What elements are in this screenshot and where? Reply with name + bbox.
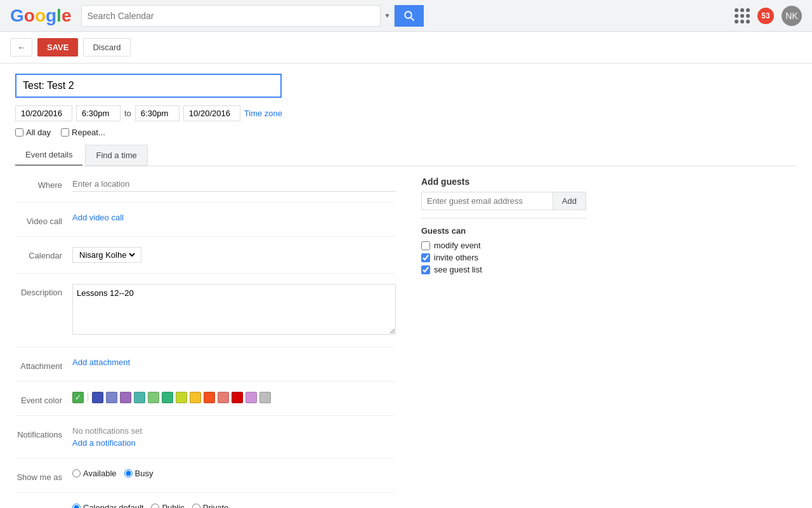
google-logo: Google: [10, 6, 71, 26]
calendar-default-label: Calendar default: [83, 503, 143, 508]
color-swatches: ✓: [72, 392, 396, 403]
color-swatch-grape[interactable]: [120, 392, 131, 403]
color-swatch-teal[interactable]: [134, 392, 145, 403]
add-attachment-link[interactable]: Add attachment: [72, 358, 130, 367]
apps-grid-icon[interactable]: [735, 8, 750, 23]
calendar-row: Calendar Nisarg Kolhe: [15, 247, 396, 274]
save-button[interactable]: SAVE: [37, 38, 78, 57]
guests-divider: [421, 218, 586, 218]
visibility-radio-group: Calendar default Public Private: [72, 503, 396, 508]
description-field: [72, 284, 396, 337]
content-area: Where Video call Add video call Calendar: [15, 177, 797, 508]
modify-event-permission: modify event: [421, 241, 586, 250]
visibility-row: Visibility Calendar default Public: [15, 503, 396, 508]
busy-radio-label[interactable]: Busy: [124, 469, 154, 478]
guest-email-input[interactable]: [421, 192, 553, 210]
guests-can-heading: Guests can: [421, 226, 586, 236]
attachment-label: Attachment: [15, 358, 72, 371]
end-date-input[interactable]: [183, 105, 240, 121]
event-color-label: Event color: [15, 392, 72, 405]
search-submit-button[interactable]: [395, 5, 424, 27]
timezone-link[interactable]: Time zone: [244, 109, 282, 118]
where-label: Where: [15, 177, 72, 190]
private-radio-label[interactable]: Private: [192, 503, 228, 508]
tab-event-details[interactable]: Event details: [15, 145, 82, 166]
color-swatch-calendar-default[interactable]: ✓: [72, 392, 84, 403]
search-input-wrapper: ▼: [81, 5, 395, 27]
video-call-field: Add video call: [72, 213, 396, 222]
color-swatch-peacock[interactable]: [176, 392, 187, 403]
search-input[interactable]: [82, 11, 379, 21]
calendar-default-radio[interactable]: [72, 504, 81, 508]
public-radio[interactable]: [151, 504, 159, 508]
see-guest-list-label: see guest list: [434, 265, 482, 274]
start-date-input[interactable]: [15, 105, 72, 121]
notifications-field: No notifications set Add a notification: [72, 426, 396, 448]
back-button[interactable]: ←: [10, 38, 32, 57]
color-swatch-graphite[interactable]: [259, 392, 271, 403]
video-call-label: Video call: [15, 213, 72, 226]
description-label: Description: [15, 284, 72, 297]
calendar-select-wrapper: Nisarg Kolhe: [72, 247, 141, 263]
tab-find-time[interactable]: Find a time: [85, 145, 147, 166]
private-radio[interactable]: [192, 504, 200, 508]
add-guests-heading: Add guests: [421, 177, 586, 187]
invite-others-checkbox[interactable]: [421, 253, 430, 262]
avatar[interactable]: NK: [782, 6, 802, 26]
see-guest-list-permission: see guest list: [421, 265, 586, 274]
show-me-as-radio-group: Available Busy: [72, 469, 396, 478]
color-swatch-tomato[interactable]: [232, 392, 243, 403]
where-row: Where: [15, 177, 396, 203]
modify-event-checkbox[interactable]: [421, 241, 430, 250]
add-guest-button[interactable]: Add: [553, 192, 586, 210]
calendar-default-radio-label[interactable]: Calendar default: [72, 503, 143, 508]
color-swatch-tangerine[interactable]: [204, 392, 215, 403]
end-time-input[interactable]: [135, 105, 180, 121]
repeat-label: Repeat...: [72, 128, 105, 137]
discard-button[interactable]: Discard: [83, 38, 130, 57]
calendar-select[interactable]: Nisarg Kolhe: [77, 250, 137, 260]
color-swatch-lavender[interactable]: [106, 392, 117, 403]
repeat-checkbox-label[interactable]: Repeat...: [61, 128, 105, 137]
invite-others-permission: invite others: [421, 253, 586, 262]
color-swatch-banana[interactable]: [190, 392, 201, 403]
guest-input-row: Add: [421, 192, 586, 210]
allday-label: All day: [26, 128, 51, 137]
start-time-input[interactable]: [76, 105, 121, 121]
location-input[interactable]: [72, 177, 396, 192]
search-dropdown-button[interactable]: ▼: [380, 5, 395, 27]
color-swatch-sage[interactable]: [148, 392, 159, 403]
to-label: to: [124, 109, 131, 118]
search-icon: [403, 10, 415, 22]
busy-radio[interactable]: [124, 469, 133, 478]
private-label: Private: [203, 503, 228, 508]
event-title-input[interactable]: [15, 74, 282, 98]
notification-badge[interactable]: 53: [757, 8, 774, 24]
busy-label: Busy: [135, 469, 154, 478]
date-time-row: to Time zone: [15, 105, 797, 121]
color-swatch-flamingo[interactable]: [218, 392, 229, 403]
tabs-row: Event details Find a time: [15, 145, 797, 166]
toolbar: ← SAVE Discard: [0, 32, 812, 64]
repeat-checkbox[interactable]: [61, 128, 69, 137]
color-swatch-blueberry[interactable]: [92, 392, 103, 403]
calendar-field: Nisarg Kolhe: [72, 247, 396, 263]
svg-point-0: [405, 11, 412, 18]
see-guest-list-checkbox[interactable]: [421, 265, 430, 274]
description-textarea[interactable]: [72, 284, 396, 335]
available-radio[interactable]: [72, 469, 81, 478]
add-video-call-link[interactable]: Add video call: [72, 213, 124, 222]
allday-checkbox[interactable]: [15, 128, 23, 137]
public-radio-label[interactable]: Public: [151, 503, 184, 508]
color-swatch-basil[interactable]: [162, 392, 173, 403]
add-notification-link[interactable]: Add a notification: [72, 438, 396, 448]
allday-checkbox-label[interactable]: All day: [15, 128, 51, 137]
color-swatch-grape2[interactable]: [246, 392, 257, 403]
attachment-row: Attachment Add attachment: [15, 358, 396, 382]
available-radio-label[interactable]: Available: [72, 469, 117, 478]
show-me-as-label: Show me as: [15, 469, 72, 482]
search-bar: ▼: [81, 5, 424, 27]
description-row: Description: [15, 284, 396, 347]
visibility-field: Calendar default Public Private By defau…: [72, 503, 396, 508]
attachment-field: Add attachment: [72, 358, 396, 367]
